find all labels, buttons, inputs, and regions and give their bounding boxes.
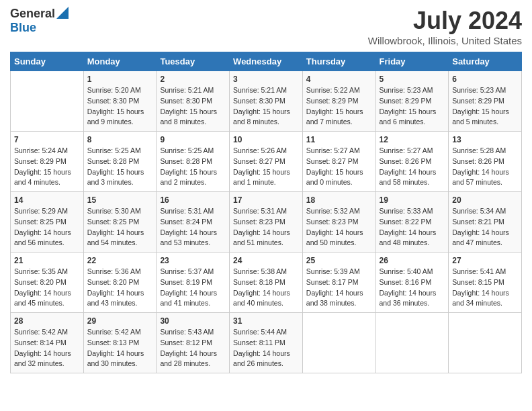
logo: General Blue: [10, 7, 69, 35]
day-info: Sunrise: 5:25 AMSunset: 8:28 PMDaylight:…: [87, 146, 153, 188]
header-cell-thursday: Thursday: [302, 52, 375, 71]
day-info: Sunrise: 5:40 AMSunset: 8:16 PMDaylight:…: [380, 267, 445, 309]
calendar-cell: 28Sunrise: 5:42 AMSunset: 8:14 PMDayligh…: [11, 313, 84, 373]
day-info: Sunrise: 5:29 AMSunset: 8:25 PMDaylight:…: [14, 206, 80, 248]
day-number: 2: [160, 75, 226, 84]
calendar-header-row: SundayMondayTuesdayWednesdayThursdayFrid…: [11, 52, 522, 71]
week-row-3: 14Sunrise: 5:29 AMSunset: 8:25 PMDayligh…: [11, 192, 522, 253]
calendar-cell: 24Sunrise: 5:38 AMSunset: 8:18 PMDayligh…: [230, 253, 303, 313]
calendar-cell: 4Sunrise: 5:22 AMSunset: 8:29 PMDaylight…: [302, 71, 375, 132]
logo-blue-text: Blue: [10, 21, 36, 35]
calendar-title: July 2024: [368, 7, 522, 35]
day-number: 17: [233, 195, 299, 205]
day-info: Sunrise: 5:37 AMSunset: 8:19 PMDaylight:…: [160, 267, 226, 309]
week-row-1: 1Sunrise: 5:20 AMSunset: 8:30 PMDaylight…: [11, 71, 522, 132]
calendar-cell: 21Sunrise: 5:35 AMSunset: 8:20 PMDayligh…: [11, 253, 84, 313]
svg-marker-0: [56, 7, 69, 19]
day-info: Sunrise: 5:27 AMSunset: 8:27 PMDaylight:…: [306, 146, 372, 188]
day-info: Sunrise: 5:36 AMSunset: 8:20 PMDaylight:…: [87, 267, 153, 309]
day-info: Sunrise: 5:44 AMSunset: 8:11 PMDaylight:…: [233, 327, 299, 369]
header-cell-monday: Monday: [83, 52, 157, 71]
calendar-cell: 25Sunrise: 5:39 AMSunset: 8:17 PMDayligh…: [302, 253, 375, 313]
day-number: 22: [87, 256, 153, 265]
day-info: Sunrise: 5:43 AMSunset: 8:12 PMDaylight:…: [160, 327, 226, 369]
logo-general-text: General: [10, 7, 55, 21]
day-number: 29: [87, 316, 153, 326]
day-info: Sunrise: 5:42 AMSunset: 8:13 PMDaylight:…: [87, 327, 153, 369]
day-info: Sunrise: 5:23 AMSunset: 8:29 PMDaylight:…: [452, 85, 518, 128]
day-info: Sunrise: 5:21 AMSunset: 8:30 PMDaylight:…: [233, 85, 299, 128]
calendar-cell: 12Sunrise: 5:27 AMSunset: 8:26 PMDayligh…: [375, 132, 449, 192]
calendar-cell: 11Sunrise: 5:27 AMSunset: 8:27 PMDayligh…: [302, 132, 375, 192]
calendar-cell: 13Sunrise: 5:28 AMSunset: 8:26 PMDayligh…: [449, 132, 522, 192]
day-number: 31: [233, 316, 299, 326]
calendar-cell: 19Sunrise: 5:33 AMSunset: 8:22 PMDayligh…: [375, 192, 449, 253]
day-number: 7: [14, 135, 80, 144]
day-number: 11: [306, 135, 372, 144]
day-info: Sunrise: 5:31 AMSunset: 8:23 PMDaylight:…: [233, 206, 299, 248]
calendar-cell: 8Sunrise: 5:25 AMSunset: 8:28 PMDaylight…: [83, 132, 157, 192]
day-info: Sunrise: 5:41 AMSunset: 8:15 PMDaylight:…: [452, 267, 518, 309]
day-number: 10: [233, 135, 299, 144]
calendar-cell: 10Sunrise: 5:26 AMSunset: 8:27 PMDayligh…: [230, 132, 303, 192]
calendar-cell: 14Sunrise: 5:29 AMSunset: 8:25 PMDayligh…: [11, 192, 84, 253]
calendar-cell: 2Sunrise: 5:21 AMSunset: 8:30 PMDaylight…: [157, 71, 230, 132]
day-number: 26: [380, 256, 445, 265]
day-info: Sunrise: 5:26 AMSunset: 8:27 PMDaylight:…: [233, 146, 299, 188]
day-number: 13: [452, 135, 518, 144]
day-info: Sunrise: 5:28 AMSunset: 8:26 PMDaylight:…: [452, 146, 518, 188]
day-number: 14: [14, 195, 80, 205]
day-number: 5: [380, 75, 445, 84]
page-header: General Blue July 2024 Willowbrook, Illi…: [10, 7, 522, 46]
day-info: Sunrise: 5:42 AMSunset: 8:14 PMDaylight:…: [14, 327, 80, 369]
day-number: 30: [160, 316, 226, 326]
calendar-cell: 20Sunrise: 5:34 AMSunset: 8:21 PMDayligh…: [449, 192, 522, 253]
calendar-cell: [449, 313, 522, 373]
day-info: Sunrise: 5:20 AMSunset: 8:30 PMDaylight:…: [87, 85, 153, 128]
day-number: 4: [306, 75, 372, 84]
day-info: Sunrise: 5:32 AMSunset: 8:23 PMDaylight:…: [306, 206, 372, 248]
day-info: Sunrise: 5:38 AMSunset: 8:18 PMDaylight:…: [233, 267, 299, 309]
day-number: 27: [452, 256, 518, 265]
header-cell-friday: Friday: [375, 52, 449, 71]
header-cell-saturday: Saturday: [449, 52, 522, 71]
day-number: 3: [233, 75, 299, 84]
day-number: 6: [452, 75, 518, 84]
calendar-cell: 17Sunrise: 5:31 AMSunset: 8:23 PMDayligh…: [230, 192, 303, 253]
day-number: 8: [87, 135, 153, 144]
calendar-cell: 7Sunrise: 5:24 AMSunset: 8:29 PMDaylight…: [11, 132, 84, 192]
day-info: Sunrise: 5:35 AMSunset: 8:20 PMDaylight:…: [14, 267, 80, 309]
calendar-cell: 3Sunrise: 5:21 AMSunset: 8:30 PMDaylight…: [230, 71, 303, 132]
day-info: Sunrise: 5:33 AMSunset: 8:22 PMDaylight:…: [380, 206, 445, 248]
day-info: Sunrise: 5:23 AMSunset: 8:29 PMDaylight:…: [380, 85, 445, 128]
calendar-cell: 5Sunrise: 5:23 AMSunset: 8:29 PMDaylight…: [375, 71, 449, 132]
header-cell-wednesday: Wednesday: [230, 52, 303, 71]
calendar-body: 1Sunrise: 5:20 AMSunset: 8:30 PMDaylight…: [11, 71, 522, 373]
day-info: Sunrise: 5:39 AMSunset: 8:17 PMDaylight:…: [306, 267, 372, 309]
day-number: 24: [233, 256, 299, 265]
logo-triangle-icon: [56, 7, 69, 19]
day-info: Sunrise: 5:30 AMSunset: 8:25 PMDaylight:…: [87, 206, 153, 248]
day-info: Sunrise: 5:21 AMSunset: 8:30 PMDaylight:…: [160, 85, 226, 128]
calendar-cell: 27Sunrise: 5:41 AMSunset: 8:15 PMDayligh…: [449, 253, 522, 313]
day-info: Sunrise: 5:27 AMSunset: 8:26 PMDaylight:…: [380, 146, 445, 188]
day-number: 18: [306, 195, 372, 205]
header-cell-tuesday: Tuesday: [157, 52, 230, 71]
day-number: 16: [160, 195, 226, 205]
day-number: 20: [452, 195, 518, 205]
day-number: 28: [14, 316, 80, 326]
calendar-cell: 6Sunrise: 5:23 AMSunset: 8:29 PMDaylight…: [449, 71, 522, 132]
day-number: 1: [87, 75, 153, 84]
day-number: 15: [87, 195, 153, 205]
day-number: 21: [14, 256, 80, 265]
calendar-cell: 31Sunrise: 5:44 AMSunset: 8:11 PMDayligh…: [230, 313, 303, 373]
day-number: 19: [380, 195, 445, 205]
calendar-subtitle: Willowbrook, Illinois, United States: [368, 35, 522, 46]
calendar-cell: 15Sunrise: 5:30 AMSunset: 8:25 PMDayligh…: [83, 192, 157, 253]
calendar-cell: 18Sunrise: 5:32 AMSunset: 8:23 PMDayligh…: [302, 192, 375, 253]
calendar-cell: 1Sunrise: 5:20 AMSunset: 8:30 PMDaylight…: [83, 71, 157, 132]
title-block: July 2024 Willowbrook, Illinois, United …: [368, 7, 522, 46]
calendar-cell: 26Sunrise: 5:40 AMSunset: 8:16 PMDayligh…: [375, 253, 449, 313]
day-info: Sunrise: 5:24 AMSunset: 8:29 PMDaylight:…: [14, 146, 80, 188]
calendar-cell: [302, 313, 375, 373]
